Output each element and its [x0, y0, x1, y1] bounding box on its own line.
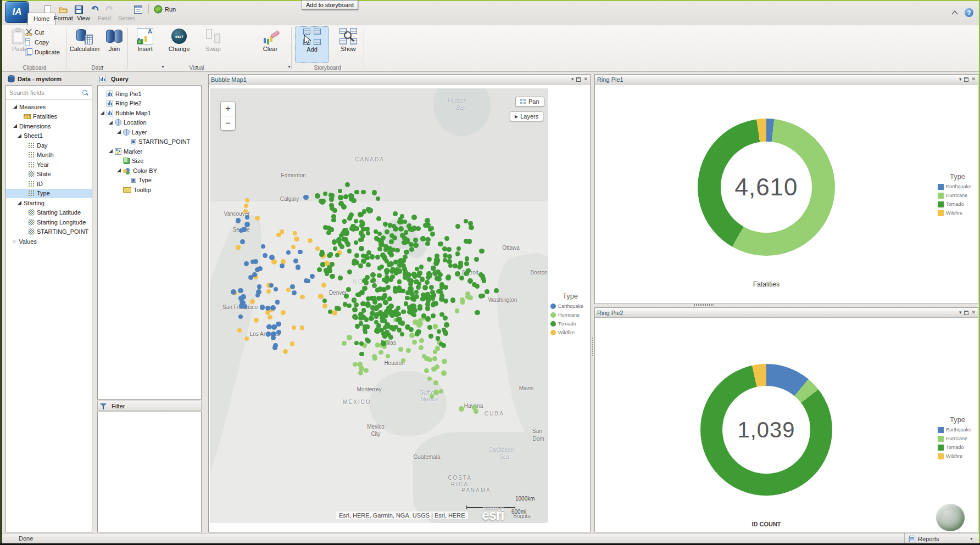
map-dot-tornado[interactable]: [441, 343, 446, 348]
pan-button[interactable]: Pan: [515, 97, 544, 106]
map-dot-tornado[interactable]: [447, 259, 452, 265]
map-dot-tornado[interactable]: [355, 293, 360, 297]
tree-item-day[interactable]: Day: [6, 141, 92, 150]
map-dot-tornado[interactable]: [383, 300, 388, 305]
insert-button[interactable]: A + Insert: [131, 26, 159, 63]
map-dot-tornado[interactable]: [346, 241, 351, 247]
map-dot-tornado[interactable]: [425, 241, 430, 246]
map-dot-tornado[interactable]: [414, 290, 419, 294]
map-dot-hurricane[interactable]: [460, 297, 465, 302]
map-dot-wildfire[interactable]: [332, 310, 337, 316]
map-dot-tornado[interactable]: [425, 316, 431, 322]
map-dot-tornado[interactable]: [403, 255, 408, 260]
map-dot-hurricane[interactable]: [418, 321, 423, 326]
map-dot-hurricane[interactable]: [409, 333, 415, 338]
map-dot-earthquake[interactable]: [238, 314, 243, 319]
map-dot-tornado[interactable]: [400, 332, 405, 337]
map-dot-tornado[interactable]: [381, 314, 387, 319]
map-dot-tornado[interactable]: [438, 241, 443, 246]
map-canvas[interactable]: HudsonBayCANADAEdmontonCalgaryVancouverS…: [210, 88, 548, 523]
help-button[interactable]: ?: [964, 8, 975, 18]
map-dot-wildfire[interactable]: [290, 341, 295, 346]
map-dot-tornado[interactable]: [431, 313, 436, 318]
map-dot-tornado[interactable]: [352, 307, 358, 313]
expander-open-icon[interactable]: [18, 201, 21, 205]
map-dot-tornado[interactable]: [365, 324, 370, 329]
change-button[interactable]: esri Change: [165, 26, 193, 63]
map-dot-tornado[interactable]: [366, 262, 371, 267]
map-dot-tornado[interactable]: [366, 231, 370, 235]
map-dot-tornado[interactable]: [455, 251, 460, 256]
map-dot-tornado[interactable]: [405, 296, 410, 301]
map-dot-hurricane[interactable]: [419, 338, 424, 343]
tree-item-type[interactable]: Type: [6, 189, 92, 199]
map-dot-tornado[interactable]: [393, 260, 398, 265]
search-icon[interactable]: [82, 89, 88, 96]
map-dot-tornado[interactable]: [326, 231, 331, 235]
map-dot-tornado[interactable]: [446, 274, 451, 279]
map-dot-tornado[interactable]: [427, 257, 432, 262]
map-dot-tornado[interactable]: [377, 246, 382, 251]
map-dot-tornado[interactable]: [369, 208, 373, 212]
map-dot-tornado[interactable]: [432, 271, 438, 276]
map-dot-tornado[interactable]: [474, 257, 479, 262]
tree-item-tooltip[interactable]: Tooltip: [98, 185, 201, 195]
map-dot-earthquake[interactable]: [276, 322, 281, 327]
map-dot-hurricane[interactable]: [375, 342, 380, 347]
expander-open-icon[interactable]: [117, 130, 121, 134]
map-dot-tornado[interactable]: [347, 249, 352, 254]
map-dot-wildfire[interactable]: [244, 336, 249, 341]
map-dot-tornado[interactable]: [389, 239, 394, 244]
window-menu-icon[interactable]: ▾: [959, 77, 962, 82]
map-dot-tornado[interactable]: [417, 304, 422, 309]
expander-open-icon[interactable]: [13, 124, 17, 128]
search-fields-input[interactable]: Search fields: [6, 86, 92, 100]
map-dot-earthquake[interactable]: [286, 250, 291, 255]
map-dot-tornado[interactable]: [342, 219, 347, 224]
map-dot-earthquake[interactable]: [274, 287, 278, 291]
map-dot-hurricane[interactable]: [455, 308, 460, 313]
map-dot-tornado[interactable]: [315, 193, 320, 199]
map-dot-tornado[interactable]: [344, 232, 349, 237]
map-dot-tornado[interactable]: [336, 306, 341, 311]
map-dot-tornado[interactable]: [405, 290, 410, 295]
map-dot-tornado[interactable]: [376, 216, 381, 221]
map-dot-tornado[interactable]: [428, 334, 433, 339]
map-dot-hurricane[interactable]: [442, 359, 447, 364]
map-dot-earthquake[interactable]: [236, 218, 241, 223]
map-dot-tornado[interactable]: [439, 290, 443, 295]
tree-item-fatalities[interactable]: Fatalities: [6, 112, 92, 122]
map-dot-wildfire[interactable]: [322, 304, 327, 308]
map-dot-tornado[interactable]: [369, 316, 374, 321]
map-dot-earthquake[interactable]: [256, 289, 261, 295]
map-dot-tornado[interactable]: [459, 276, 464, 280]
map-dot-tornado[interactable]: [354, 219, 358, 223]
filter-section-header[interactable]: Filter: [97, 401, 202, 411]
map-dot-tornado[interactable]: [427, 325, 432, 330]
map-dot-tornado[interactable]: [386, 285, 391, 290]
map-dot-tornado[interactable]: [444, 322, 449, 328]
map-dot-tornado[interactable]: [383, 222, 388, 227]
map-dot-wildfire[interactable]: [281, 310, 286, 315]
map-dot-hurricane[interactable]: [433, 324, 438, 329]
map-dot-tornado[interactable]: [425, 292, 430, 297]
map-dot-tornado[interactable]: [361, 259, 366, 264]
map-dot-tornado[interactable]: [410, 227, 415, 232]
map-dot-tornado[interactable]: [359, 246, 364, 251]
tree-item-month[interactable]: Month: [6, 150, 92, 160]
cut-button[interactable]: Cut: [25, 27, 64, 37]
map-dot-tornado[interactable]: [394, 271, 398, 275]
clear-dropdown-arrow[interactable]: ▼: [287, 65, 291, 69]
tree-item-location[interactable]: Location: [98, 118, 201, 128]
map-dot-tornado[interactable]: [377, 311, 382, 316]
tree-item-starting[interactable]: Starting: [6, 198, 92, 208]
map-dot-hurricane[interactable]: [424, 368, 429, 373]
map-dot-earthquake[interactable]: [275, 300, 280, 305]
map-dot-tornado[interactable]: [358, 238, 363, 243]
map-dot-hurricane[interactable]: [398, 347, 403, 352]
map-dot-tornado[interactable]: [437, 329, 441, 334]
map-dot-wildfire[interactable]: [318, 294, 324, 299]
map-dot-wildfire[interactable]: [265, 310, 270, 315]
map-dot-tornado[interactable]: [320, 262, 326, 267]
expander-open-icon[interactable]: [13, 105, 17, 109]
